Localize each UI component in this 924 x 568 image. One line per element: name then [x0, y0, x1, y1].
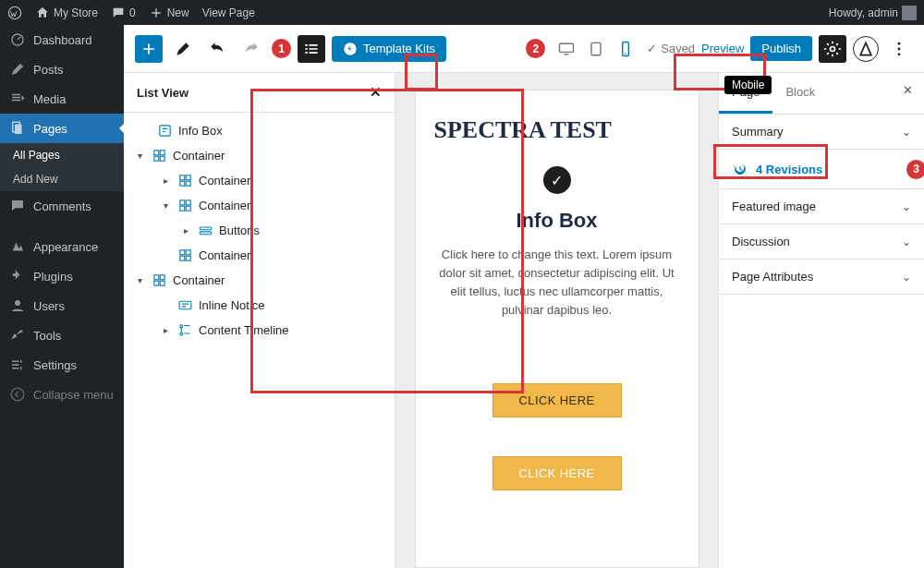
svg-rect-32: [180, 256, 185, 260]
infobox-text[interactable]: Click here to change this text. Lorem ip…: [434, 246, 680, 320]
tree-container-1c[interactable]: Container: [124, 243, 395, 268]
chevron-down-icon: ⌄: [902, 200, 911, 213]
settings-icon[interactable]: [819, 35, 846, 63]
admin-menu: Dashboard Posts Media Pages All Pages Ad…: [0, 25, 124, 568]
svg-rect-3: [15, 125, 22, 135]
device-tablet-button[interactable]: [583, 35, 609, 63]
tree-inline-notice[interactable]: Inline Notice: [124, 293, 395, 318]
tree-container-1[interactable]: ▾Container: [124, 143, 395, 168]
svg-rect-34: [154, 275, 159, 280]
comments-link[interactable]: 0: [111, 6, 136, 20]
menu-collapse[interactable]: Collapse menu: [0, 380, 124, 409]
page-title[interactable]: SPECTRA TEST: [434, 116, 680, 144]
menu-plugins[interactable]: Plugins: [0, 261, 124, 291]
close-sidebar-icon[interactable]: ✕: [892, 73, 924, 114]
menu-dashboard[interactable]: Dashboard: [0, 25, 124, 54]
panel-summary[interactable]: Summary⌄: [719, 115, 924, 150]
svg-rect-27: [186, 206, 190, 211]
redo-button[interactable]: [237, 35, 265, 63]
container-icon: [152, 148, 167, 163]
astra-icon[interactable]: [853, 36, 879, 62]
publish-button[interactable]: Publish: [750, 36, 812, 61]
svg-point-11: [831, 46, 835, 51]
submenu-all-pages[interactable]: All Pages: [0, 143, 124, 167]
menu-tools[interactable]: Tools: [0, 320, 124, 350]
menu-pages[interactable]: Pages: [0, 114, 124, 143]
add-block-button[interactable]: [135, 35, 163, 63]
svg-rect-35: [160, 275, 164, 280]
wp-admin-bar: My Store 0 New View Page Howdy, admin: [0, 0, 924, 25]
svg-point-5: [11, 388, 24, 401]
editor-toolbar: 1 Template Kits 2 Saved Preview Publish: [124, 25, 924, 73]
device-desktop-button[interactable]: [553, 35, 579, 63]
tab-block[interactable]: Block: [772, 73, 828, 114]
menu-pages-submenu: All Pages Add New: [0, 143, 124, 191]
cta-button-2[interactable]: CLICK HERE: [492, 456, 622, 490]
revisions-link[interactable]: 4 Revisions 3: [719, 150, 924, 189]
menu-settings[interactable]: Settings: [0, 350, 124, 380]
menu-comments[interactable]: Comments: [0, 191, 124, 221]
wp-logo-icon[interactable]: [7, 6, 22, 20]
svg-rect-21: [186, 175, 190, 180]
submenu-add-new[interactable]: Add New: [0, 167, 124, 191]
edit-button[interactable]: [169, 35, 197, 63]
svg-rect-23: [186, 181, 190, 186]
tree-content-timeline[interactable]: ▸Content Timeline: [124, 318, 395, 343]
new-link[interactable]: New: [149, 6, 189, 20]
template-kits-button[interactable]: Template Kits: [332, 36, 446, 62]
close-icon[interactable]: ✕: [370, 84, 382, 101]
tree-infobox[interactable]: Info Box: [124, 118, 395, 143]
panel-featured-image[interactable]: Featured image⌄: [719, 189, 924, 224]
svg-rect-31: [186, 250, 190, 255]
undo-button[interactable]: [203, 35, 231, 63]
more-options-icon[interactable]: [885, 35, 913, 63]
svg-point-13: [898, 47, 901, 50]
listview-toggle-button[interactable]: [298, 35, 325, 63]
editor-canvas[interactable]: SPECTRA TEST ✓ Info Box Click here to ch…: [415, 90, 699, 568]
svg-rect-37: [160, 281, 164, 285]
svg-rect-8: [591, 42, 601, 54]
menu-users[interactable]: Users: [0, 291, 124, 320]
tree-container-1b[interactable]: ▾Container: [124, 193, 395, 218]
panel-discussion[interactable]: Discussion⌄: [719, 224, 924, 260]
menu-appearance[interactable]: Appearance: [0, 232, 124, 261]
tree-buttons[interactable]: ▸Buttons: [124, 218, 395, 243]
settings-sidebar: Page Block ✕ Summary⌄ 4 Revisions 3 Feat…: [718, 73, 924, 568]
avatar-icon: [902, 6, 917, 20]
svg-rect-38: [179, 301, 191, 309]
history-icon: [732, 161, 748, 177]
view-page-link[interactable]: View Page: [202, 6, 255, 19]
check-icon: ✓: [543, 166, 571, 194]
svg-point-14: [898, 53, 901, 55]
badge-1: 1: [272, 39, 291, 58]
svg-rect-17: [160, 151, 164, 155]
site-link[interactable]: My Store: [35, 6, 98, 20]
inline-notice-icon: [177, 297, 193, 313]
buttons-icon: [198, 223, 213, 238]
svg-rect-22: [180, 181, 185, 186]
preview-link[interactable]: Preview: [701, 42, 744, 55]
editor: 1 Template Kits 2 Saved Preview Publish …: [124, 25, 924, 568]
svg-rect-18: [154, 156, 159, 161]
list-view-title: List View: [137, 86, 188, 100]
svg-rect-7: [560, 43, 574, 52]
comments-count: 0: [129, 6, 136, 19]
container-icon: [177, 248, 193, 263]
tree-container-1a[interactable]: ▸Container: [124, 168, 395, 193]
chevron-down-icon: ⌄: [902, 236, 911, 248]
container-icon: [177, 198, 193, 213]
tree-container-2[interactable]: ▾Container: [124, 268, 395, 293]
svg-point-10: [625, 53, 626, 54]
menu-posts[interactable]: Posts: [0, 54, 124, 84]
infobox-title[interactable]: Info Box: [434, 209, 680, 233]
container-icon: [152, 272, 167, 288]
svg-rect-26: [180, 206, 185, 211]
menu-media[interactable]: Media: [0, 84, 124, 114]
svg-point-12: [898, 42, 901, 44]
howdy-link[interactable]: Howdy, admin: [829, 6, 917, 20]
cta-button-1[interactable]: CLICK HERE: [492, 383, 622, 417]
mobile-tooltip: Mobile: [724, 76, 772, 94]
svg-rect-15: [160, 126, 170, 136]
device-mobile-button[interactable]: [613, 35, 638, 63]
panel-page-attributes[interactable]: Page Attributes⌄: [719, 260, 924, 295]
